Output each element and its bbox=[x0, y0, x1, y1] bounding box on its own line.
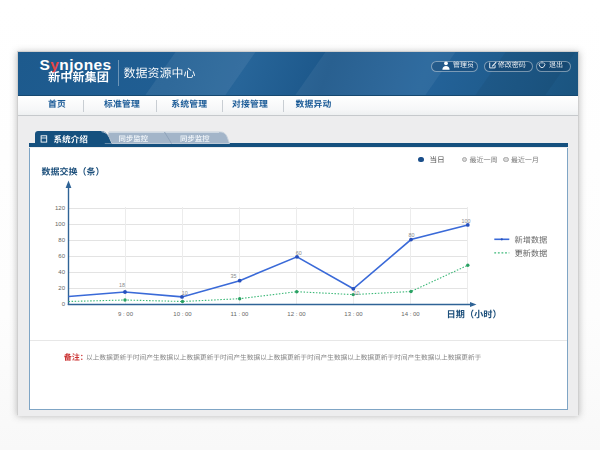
svg-text:100: 100 bbox=[462, 218, 471, 224]
svg-text:100: 100 bbox=[55, 221, 66, 227]
svg-text:10 : 00: 10 : 00 bbox=[173, 311, 192, 317]
svg-text:9 : 00: 9 : 00 bbox=[118, 311, 134, 317]
svg-text:10: 10 bbox=[354, 290, 360, 296]
svg-text:12 : 00: 12 : 00 bbox=[287, 311, 306, 317]
svg-text:14 : 00: 14 : 00 bbox=[401, 311, 420, 317]
svg-text:40: 40 bbox=[58, 269, 65, 275]
svg-text:0: 0 bbox=[62, 301, 66, 307]
svg-text:60: 60 bbox=[58, 253, 65, 259]
svg-text:35: 35 bbox=[231, 273, 237, 279]
svg-text:13 : 00: 13 : 00 bbox=[344, 311, 363, 317]
svg-text:18: 18 bbox=[119, 282, 125, 288]
svg-text:11 : 00: 11 : 00 bbox=[231, 311, 250, 317]
svg-text:80: 80 bbox=[409, 232, 415, 238]
svg-text:60: 60 bbox=[296, 250, 302, 256]
svg-text:120: 120 bbox=[55, 205, 66, 211]
svg-text:80: 80 bbox=[58, 237, 65, 243]
svg-text:20: 20 bbox=[58, 285, 65, 291]
svg-text:10: 10 bbox=[182, 290, 188, 296]
